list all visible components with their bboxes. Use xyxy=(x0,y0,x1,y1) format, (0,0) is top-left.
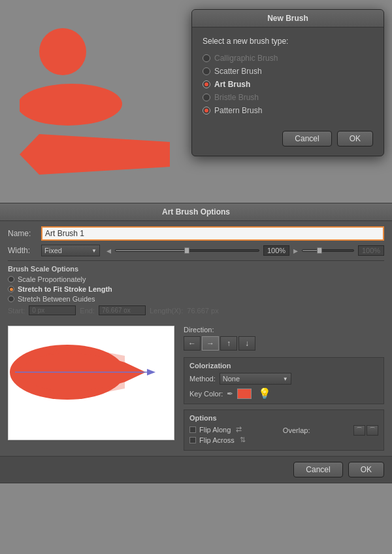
options-section: Options Flip Along ⇄ Overlap: ⌒ ⌒ xyxy=(184,409,384,451)
length-value: 76.667 px xyxy=(187,307,218,315)
right-panel: Direction: ← → ↑ ↓ Colorization Method: … xyxy=(174,326,384,451)
shape-teardrop-1 xyxy=(20,82,150,128)
art-brush-ok-button[interactable]: OK xyxy=(348,462,384,477)
width-slider-2[interactable] xyxy=(302,249,354,252)
overlap-buttons: ⌒ ⌒ xyxy=(353,425,378,436)
start-label: Start: xyxy=(8,307,25,315)
dir-right-btn[interactable]: → xyxy=(202,336,219,351)
radio-stretch-guides-btn[interactable] xyxy=(8,296,14,302)
dir-down-btn[interactable]: ↓ xyxy=(238,336,255,351)
art-brush-title: Art Brush Options xyxy=(0,203,392,221)
preview-box xyxy=(8,326,174,440)
width-percent-input[interactable] xyxy=(263,245,289,256)
end-input xyxy=(99,305,146,315)
flip-across-checkbox[interactable] xyxy=(189,437,196,443)
bottom-buttons: Cancel OK xyxy=(0,456,392,483)
shape-circle xyxy=(39,28,86,75)
radio-stretch-fit[interactable]: Stretch to Fit Stroke Length xyxy=(8,285,384,293)
radio-bristle[interactable]: Bristle Brush xyxy=(203,93,373,102)
dialog-prompt: Select a new brush type: xyxy=(203,37,373,46)
width-select-arrow: ▼ xyxy=(91,248,97,254)
end-label: End: xyxy=(80,307,95,315)
dir-up-btn[interactable]: ↑ xyxy=(220,336,237,351)
new-brush-dialog: New Brush Select a new brush type: Calli… xyxy=(191,9,384,156)
method-row: Method: None ▼ xyxy=(189,373,378,385)
width-select[interactable]: Fixed ▼ xyxy=(41,245,100,256)
start-end-row: Start: End: Length(X): 76.667 px xyxy=(8,305,384,315)
options-title: Options xyxy=(189,414,378,422)
shape-teardrop-2 xyxy=(20,134,170,175)
radio-scale-proportionately[interactable]: Scale Proportionately xyxy=(8,275,384,283)
key-color-label: Key Color: xyxy=(189,390,223,398)
flip-along-checkbox[interactable] xyxy=(189,426,196,433)
radio-stretch-guides[interactable]: Stretch Between Guides xyxy=(8,295,384,303)
direction-buttons: ← → ↑ ↓ xyxy=(184,336,384,351)
colorization-section: Colorization Method: None ▼ Key Color: ✒… xyxy=(184,357,384,404)
slider-right-needle: ▸ xyxy=(293,245,298,256)
colorization-title: Colorization xyxy=(189,362,378,370)
svg-point-0 xyxy=(20,84,124,126)
name-label: Name: xyxy=(8,229,37,238)
radio-scatter[interactable]: Scatter Brush xyxy=(203,67,373,76)
main-content: Direction: ← → ↑ ↓ Colorization Method: … xyxy=(0,320,392,456)
svg-marker-5 xyxy=(147,369,155,375)
method-select-arrow: ▼ xyxy=(283,376,288,382)
slider-left-needle: ◂ xyxy=(106,245,111,256)
method-select[interactable]: None ▼ xyxy=(220,373,291,385)
preview-svg xyxy=(8,326,159,418)
key-color-tip-icon: 💡 xyxy=(258,387,271,400)
new-brush-cancel-button[interactable]: Cancel xyxy=(282,131,331,147)
new-brush-ok-button[interactable]: OK xyxy=(337,131,373,147)
name-input[interactable] xyxy=(41,226,384,241)
flip-across-label: Flip Across xyxy=(199,436,235,444)
overlap-btn-1[interactable]: ⌒ xyxy=(353,425,365,436)
flip-along-checkbox-row: Flip Along ⇄ xyxy=(189,425,242,434)
key-color-row: Key Color: ✒ 💡 xyxy=(189,387,378,400)
overlap-label: Overlap: xyxy=(283,426,310,434)
name-row: Name: xyxy=(8,226,384,241)
width-row: Width: Fixed ▼ ◂ ▸ 100% xyxy=(8,245,384,256)
radio-art-btn[interactable] xyxy=(203,80,210,88)
width-percent-disabled: 100% xyxy=(358,245,384,256)
dir-left-btn[interactable]: ← xyxy=(184,336,201,351)
direction-label: Direction: xyxy=(184,326,384,334)
art-brush-cancel-button[interactable]: Cancel xyxy=(293,462,342,477)
new-brush-title: New Brush xyxy=(192,10,384,27)
brush-scale-section-label: Brush Scale Options xyxy=(8,265,384,273)
eyedropper-icon[interactable]: ✒ xyxy=(227,389,233,398)
overlap-btn-2[interactable]: ⌒ xyxy=(367,425,378,436)
start-input xyxy=(29,305,76,315)
flip-along-row: Flip Along ⇄ Overlap: ⌒ ⌒ xyxy=(189,425,378,436)
radio-pattern[interactable]: Pattern Brush xyxy=(203,106,373,115)
flip-across-checkbox-row: Flip Across ⇅ xyxy=(189,436,246,444)
method-label: Method: xyxy=(189,375,216,383)
width-label: Width: xyxy=(8,246,37,255)
radio-pattern-btn[interactable] xyxy=(203,107,210,114)
radio-stretch-fit-btn[interactable] xyxy=(8,286,14,292)
length-label: Length(X): xyxy=(150,307,183,315)
flip-along-icon: ⇄ xyxy=(236,425,242,434)
canvas-area xyxy=(0,0,196,203)
radio-bristle-btn[interactable] xyxy=(203,94,210,101)
flip-along-label: Flip Along xyxy=(199,426,231,434)
radio-calligraphic-btn[interactable] xyxy=(203,54,210,62)
key-color-swatch[interactable] xyxy=(237,389,252,399)
art-brush-dialog: Art Brush Options Name: Width: Fixed ▼ ◂… xyxy=(0,203,392,483)
radio-scatter-btn[interactable] xyxy=(203,67,210,75)
svg-marker-1 xyxy=(20,134,170,175)
flip-across-row: Flip Across ⇅ xyxy=(189,436,378,446)
flip-across-icon: ⇅ xyxy=(240,436,246,444)
radio-calligraphic[interactable]: Calligraphic Brush xyxy=(203,54,373,63)
width-slider[interactable] xyxy=(115,249,259,252)
radio-art[interactable]: Art Brush xyxy=(203,80,373,89)
radio-scale-prop-btn[interactable] xyxy=(8,276,14,283)
